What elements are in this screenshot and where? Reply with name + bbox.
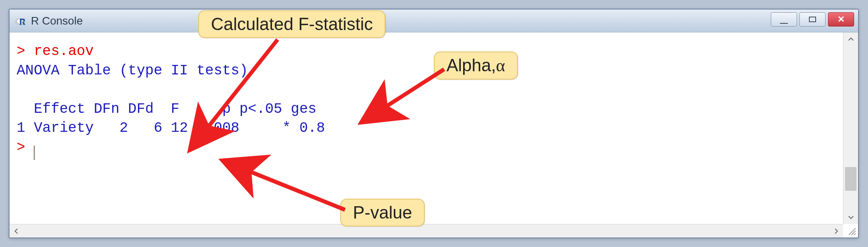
window-controls: ✕ bbox=[771, 12, 854, 27]
scroll-right-button[interactable] bbox=[830, 224, 843, 238]
scroll-left-button[interactable] bbox=[10, 224, 23, 238]
horizontal-scrollbar[interactable] bbox=[10, 224, 843, 238]
chevron-left-icon bbox=[14, 228, 18, 234]
titlebar[interactable]: R Console ✕ bbox=[10, 10, 858, 32]
command-text: res.aov bbox=[34, 43, 94, 59]
scroll-down-button[interactable] bbox=[843, 211, 858, 224]
r-app-icon bbox=[14, 15, 27, 27]
resize-grip-icon bbox=[846, 226, 857, 236]
table-row: 1 Variety 2 6 12 0.008 * 0.8 bbox=[17, 120, 325, 136]
close-icon: ✕ bbox=[837, 15, 845, 24]
close-button[interactable]: ✕ bbox=[828, 12, 854, 27]
r-console-window: R Console ✕ > res.aov ANOVA Table (type … bbox=[9, 9, 859, 238]
prompt-char: > bbox=[17, 43, 25, 59]
callout-f-statistic: Calculated F-statistic bbox=[198, 10, 385, 38]
cursor bbox=[34, 146, 35, 160]
scroll-thumb-v[interactable] bbox=[845, 167, 857, 191]
alpha-prefix: Alpha, bbox=[446, 55, 496, 75]
svg-line-4 bbox=[854, 234, 856, 235]
vertical-scrollbar[interactable] bbox=[843, 32, 858, 224]
chevron-right-icon bbox=[834, 228, 838, 234]
prompt2: > bbox=[17, 139, 25, 156]
window-title: R Console bbox=[31, 15, 83, 27]
console-output[interactable]: > res.aov ANOVA Table (type II tests) Ef… bbox=[10, 32, 843, 224]
minimize-button[interactable] bbox=[771, 12, 797, 27]
callout-alpha: Alpha,α bbox=[434, 51, 518, 80]
prompt: > res.aov bbox=[17, 43, 94, 59]
maximize-icon bbox=[809, 17, 816, 22]
alpha-symbol: α bbox=[496, 56, 505, 75]
chevron-down-icon bbox=[848, 215, 854, 219]
table-columns: Effect DFn DFd F p p<.05 ges bbox=[17, 101, 316, 117]
minimize-icon bbox=[780, 18, 788, 24]
maximize-button[interactable] bbox=[799, 12, 826, 27]
scroll-up-button[interactable] bbox=[843, 32, 858, 46]
chevron-up-icon bbox=[848, 37, 854, 41]
resize-grip[interactable] bbox=[846, 226, 857, 236]
anova-header: ANOVA Table (type II tests) bbox=[17, 63, 248, 79]
callout-p-value: P-value bbox=[340, 199, 425, 226]
